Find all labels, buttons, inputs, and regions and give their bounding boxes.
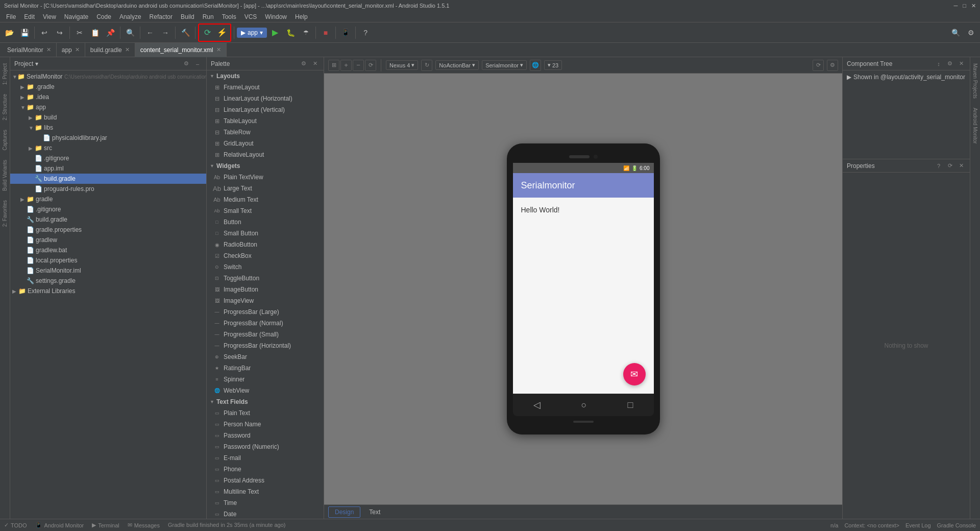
zoom-in-btn[interactable]: +: [340, 60, 352, 71]
palette-item-plain-text[interactable]: ▭ Plain Text: [207, 407, 324, 419]
palette-item-small-button[interactable]: □ Small Button: [207, 228, 324, 239]
tree-item-build-gradle-app[interactable]: 🔧 build.gradle: [10, 174, 206, 184]
palette-item-progressbar-normal[interactable]: — ProgressBar (Normal): [207, 318, 324, 329]
tree-item-external-libraries[interactable]: ▶ 📁 External Libraries: [10, 286, 206, 296]
tree-item-build-gradle-root[interactable]: 🔧 build.gradle: [10, 214, 206, 225]
palette-item-large-text[interactable]: Ab Large Text: [207, 183, 324, 194]
palette-item-progressbar-h[interactable]: — ProgressBar (Horizontal): [207, 340, 324, 351]
palette-item-email[interactable]: ▭ E-mail: [207, 452, 324, 464]
palette-item-radiobutton[interactable]: ◉ RadioButton: [207, 239, 324, 250]
tab-content-xml[interactable]: content_serial_monitor.xml ✕: [135, 43, 227, 57]
tree-item-src[interactable]: ▶ 📁 src: [10, 143, 206, 153]
palette-item-tablelayout[interactable]: ⊞ TableLayout: [207, 115, 324, 127]
palette-item-password-numeric[interactable]: ▭ Password (Numeric): [207, 441, 324, 452]
menu-edit[interactable]: Edit: [20, 12, 39, 21]
palette-item-checkbox[interactable]: ☑ CheckBox: [207, 250, 324, 261]
tree-item-build[interactable]: ▶ 📁 build: [10, 112, 206, 123]
menu-run[interactable]: Run: [199, 12, 218, 21]
menu-navigate[interactable]: Navigate: [60, 12, 92, 21]
toolbar-build-btn[interactable]: 🔨: [178, 26, 192, 40]
tree-item-gradlew[interactable]: 📄 gradlew: [10, 235, 206, 245]
palette-item-switch[interactable]: ⊙ Switch: [207, 261, 324, 273]
left-tab-build-variants[interactable]: Build Variants: [1, 156, 9, 195]
tab-app-close[interactable]: ✕: [75, 46, 80, 53]
tab-serialmonitor[interactable]: SerialMonitor ✕: [2, 43, 57, 57]
palette-item-seekbar[interactable]: ⊕ SeekBar: [207, 351, 324, 363]
palette-item-multiline[interactable]: ▭ Multiline Text: [207, 486, 324, 497]
toolbar-back-btn[interactable]: ←: [143, 26, 157, 40]
toolbar-open-btn[interactable]: 📂: [2, 26, 16, 40]
phone-back-btn[interactable]: ◁: [533, 399, 541, 411]
theme-selector-btn[interactable]: NoActionBar ▾: [435, 60, 479, 70]
tree-item-app[interactable]: ▼ 📁 app: [10, 102, 206, 112]
menu-code[interactable]: Code: [92, 12, 115, 21]
api-selector-btn[interactable]: ▾ 23: [544, 60, 562, 70]
left-tab-favorites[interactable]: 2: Favorites: [1, 196, 9, 231]
palette-item-medium-text[interactable]: Ab Medium Text: [207, 194, 324, 205]
android-monitor-item[interactable]: 📱 Android Monitor: [35, 522, 84, 528]
menu-file[interactable]: File: [2, 12, 20, 21]
palette-item-password[interactable]: ▭ Password: [207, 430, 324, 441]
minimize-button[interactable]: ─: [954, 3, 958, 9]
left-tab-structure[interactable]: 2: Structure: [1, 90, 9, 125]
tree-item-serialmonitor-iml[interactable]: 📄 SerialMonitor.iml: [10, 266, 206, 276]
palette-settings-icon[interactable]: ⚙: [299, 59, 308, 68]
palette-section-widgets[interactable]: ▼ Widgets: [207, 160, 324, 172]
tree-item-gradle-properties[interactable]: 📄 gradle.properties: [10, 225, 206, 235]
search-everywhere-btn[interactable]: 🔍: [948, 26, 963, 40]
tree-item-gradlew-bat[interactable]: 📄 gradlew.bat: [10, 245, 206, 255]
palette-item-phone[interactable]: ▭ Phone: [207, 464, 324, 475]
tab-build-gradle-close[interactable]: ✕: [125, 46, 130, 53]
zoom-reset-btn[interactable]: ⟳: [365, 60, 376, 71]
palette-item-webview[interactable]: 🌐 WebView: [207, 385, 324, 396]
component-tree-sort-icon[interactable]: ↕: [934, 59, 943, 68]
project-settings-icon[interactable]: ⚙: [182, 59, 191, 68]
toolbar-paste-btn[interactable]: 📌: [103, 26, 117, 40]
component-tree-item-shown[interactable]: ▶ Shown in @layout/activity_serial_monit…: [845, 73, 968, 82]
coverage-btn[interactable]: ☂: [299, 26, 313, 40]
menu-vcs[interactable]: VCS: [240, 12, 261, 21]
todo-item[interactable]: ✓ TODO: [4, 522, 27, 528]
tree-item-proguard[interactable]: 📄 proguard-rules.pro: [10, 184, 206, 194]
palette-item-small-text[interactable]: Ab Small Text: [207, 205, 324, 216]
palette-close-icon[interactable]: ✕: [310, 59, 320, 68]
debug-btn[interactable]: 🐛: [283, 26, 298, 40]
run-config-selector[interactable]: ▶ app ▾: [237, 28, 267, 38]
maximize-button[interactable]: □: [963, 3, 966, 9]
menu-build[interactable]: Build: [177, 12, 199, 21]
settings-btn[interactable]: ⚙: [964, 26, 978, 40]
device-selector-btn[interactable]: Nexus 4 ▾: [386, 60, 418, 70]
tree-item-serialmonitor-root[interactable]: ▼ 📁 SerialMonitor C:\Users\vamsidhar\Des…: [10, 71, 206, 82]
palette-item-progressbar-large[interactable]: — ProgressBar (Large): [207, 306, 324, 318]
palette-item-linearlayout-v[interactable]: ⊟ LinearLayout (Vertical): [207, 104, 324, 115]
tab-content-xml-close[interactable]: ✕: [216, 46, 221, 53]
tree-item-libs[interactable]: ▼ 📁 libs: [10, 123, 206, 133]
palette-item-imagebutton[interactable]: 🖼 ImageButton: [207, 284, 324, 295]
toolbar-cut-btn[interactable]: ✂: [72, 26, 87, 40]
toolbar-redo-btn[interactable]: ↪: [53, 26, 67, 40]
toolbar-save-btn[interactable]: 💾: [17, 26, 32, 40]
project-collapse-icon[interactable]: –: [193, 59, 202, 68]
palette-item-spinner[interactable]: ≡ Spinner: [207, 374, 324, 385]
tab-serialmonitor-close[interactable]: ✕: [46, 46, 51, 53]
tree-item-app-iml[interactable]: 📄 app.iml: [10, 163, 206, 174]
phone-fab-button[interactable]: ✉: [623, 363, 646, 385]
zoom-fit-btn[interactable]: ⊞: [328, 60, 339, 71]
toolbar-undo-btn[interactable]: ↩: [37, 26, 52, 40]
palette-item-framelayout[interactable]: ⊞ FrameLayout: [207, 82, 324, 93]
palette-item-imageview[interactable]: 🖼 ImageView: [207, 295, 324, 306]
sdk-manager-btn[interactable]: 📱: [338, 26, 353, 40]
menu-view[interactable]: View: [39, 12, 60, 21]
render-settings-btn[interactable]: ⚙: [827, 60, 838, 71]
tree-item-gradle-root[interactable]: ▶ 📁 gradle: [10, 194, 206, 204]
palette-item-tablerow[interactable]: ⊟ TableRow: [207, 127, 324, 138]
palette-item-postal[interactable]: ▭ Postal Address: [207, 475, 324, 486]
component-tree-close-icon[interactable]: ✕: [957, 59, 966, 68]
properties-close-icon[interactable]: ✕: [957, 161, 966, 171]
toolbar-lightning-btn[interactable]: ⚡: [215, 26, 229, 40]
help-btn[interactable]: ?: [358, 26, 373, 40]
refresh-btn[interactable]: ⟳: [813, 60, 824, 71]
activity-selector-btn[interactable]: Serialmonitor ▾: [482, 60, 527, 70]
component-tree-settings-icon[interactable]: ⚙: [945, 59, 954, 68]
properties-refresh-icon[interactable]: ⟳: [945, 161, 954, 171]
